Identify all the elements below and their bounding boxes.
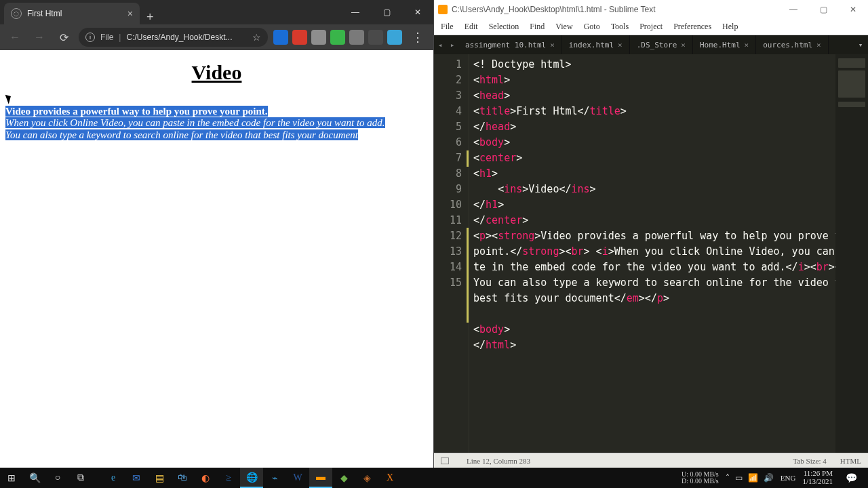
reload-button[interactable]: ⟳	[54, 28, 73, 47]
tab-title: First Html	[27, 9, 62, 18]
close-button[interactable]: ✕	[402, 2, 433, 22]
url-scheme-label: File	[100, 33, 113, 42]
extension-icon[interactable]	[349, 30, 364, 45]
menu-item-tools[interactable]: Tools	[611, 22, 629, 32]
menu-item-edit[interactable]: Edit	[465, 22, 478, 32]
menu-item-help[interactable]: Help	[722, 22, 738, 32]
menu-item-selection[interactable]: Selection	[489, 22, 519, 32]
url-text: C:/Users/Andy_Hook/Deskt...	[126, 33, 232, 42]
menu-item-find[interactable]: Find	[530, 22, 545, 32]
maximize-button[interactable]: ▢	[808, 0, 838, 19]
status-tabsize[interactable]: Tab Size: 4	[793, 457, 827, 465]
extension-icons	[273, 30, 402, 45]
taskbar-app-store[interactable]: 🛍	[171, 468, 194, 488]
volume-icon[interactable]: 🔊	[764, 473, 774, 483]
tab-close-icon[interactable]: ×	[681, 41, 686, 49]
close-button[interactable]: ✕	[838, 0, 868, 19]
code-area[interactable]: <! Doctype html><html><head><title>First…	[469, 54, 868, 453]
taskbar-app-mail[interactable]: ✉	[125, 468, 148, 488]
new-tab-button[interactable]: +	[140, 10, 161, 24]
tray-chevron-icon[interactable]: ˄	[726, 473, 730, 483]
code-line: <p><strong>Video provides a powerful way…	[473, 228, 864, 306]
extension-icon[interactable]	[292, 30, 307, 45]
tab-scroll-left[interactable]: ◂	[434, 35, 446, 54]
taskbar-app-sublime[interactable]: ▬	[309, 468, 332, 488]
sublime-window: C:\Users\Andy_Hook\Desktop\html\1.html -…	[434, 0, 868, 468]
back-button[interactable]: ←	[5, 28, 24, 47]
minimize-button[interactable]: —	[340, 2, 371, 22]
extension-icon[interactable]	[311, 30, 326, 45]
tab-close-icon[interactable]: ×	[816, 41, 821, 49]
battery-icon[interactable]: ▭	[735, 473, 743, 483]
tab-overflow-button[interactable]: ▾	[853, 35, 868, 54]
line-number: 9	[434, 182, 462, 197]
browser-tab[interactable]: ◌ First Html ×	[4, 3, 140, 24]
line-number: 10	[434, 197, 462, 213]
taskbar-app-generic2[interactable]: ◈	[355, 468, 378, 488]
sublime-tabs: ◂ ▸ assingment 10.html×index.html×.DS_St…	[434, 35, 868, 54]
taskbar-app-vscode[interactable]: ⌁	[263, 468, 286, 488]
code-line: </head>	[473, 119, 864, 135]
editor-tab[interactable]: .DS_Store×	[630, 35, 693, 54]
editor-tab[interactable]: assingment 10.html×	[458, 35, 562, 54]
taskbar-app-word[interactable]: W	[286, 468, 309, 488]
sublime-icon	[438, 5, 448, 14]
taskbar-app-explorer[interactable]: ▤	[148, 468, 171, 488]
minimap[interactable]	[835, 54, 868, 453]
tab-close-icon[interactable]: ×	[745, 41, 749, 49]
chrome-window: ◌ First Html × + — ▢ ✕ ← → ⟳ i File | C:…	[0, 0, 434, 468]
network-meter: U: 0.00 MB/s D: 0.00 MB/s	[682, 471, 719, 485]
tab-close-icon[interactable]: ×	[618, 41, 623, 49]
menu-item-view[interactable]: View	[555, 22, 572, 32]
system-tray[interactable]: ˄ ▭ 📶 🔊	[726, 473, 774, 483]
tab-scroll-right[interactable]: ▸	[446, 35, 458, 54]
extension-icon[interactable]	[273, 30, 288, 45]
taskbar-clock[interactable]: 11:26 PM 1/13/2021	[802, 470, 833, 485]
chrome-titlebar: ◌ First Html × + — ▢ ✕	[0, 0, 433, 24]
menu-item-preferences[interactable]: Preferences	[673, 22, 711, 32]
chrome-menu-button[interactable]: ⋮	[408, 30, 428, 45]
menu-item-goto[interactable]: Goto	[584, 22, 600, 32]
minimize-button[interactable]: —	[778, 0, 808, 19]
language-indicator[interactable]: ENG	[781, 474, 796, 482]
editor-tab[interactable]: ources.html×	[756, 35, 828, 54]
menu-item-project[interactable]: Project	[639, 22, 663, 32]
taskbar-app-chrome[interactable]: 🌐	[240, 468, 263, 488]
forward-button[interactable]: →	[30, 28, 49, 47]
tab-close-icon[interactable]: ×	[550, 41, 555, 49]
start-button[interactable]: ⊞	[0, 468, 23, 488]
search-button[interactable]: 🔍	[23, 468, 46, 488]
windows-taskbar: ⊞ 🔍 ○ ⧉ e ✉ ▤ 🛍 ◐ ≥ 🌐 ⌁ W ▬ ◆ ◈ X U: 0.0…	[0, 468, 868, 488]
wifi-icon[interactable]: 📶	[748, 473, 758, 483]
tab-close-icon[interactable]: ×	[127, 8, 133, 19]
line-number: 8	[434, 166, 462, 182]
address-bar[interactable]: i File | C:/Users/Andy_Hook/Deskt... ☆	[79, 28, 268, 47]
notifications-button[interactable]: 💬	[840, 468, 863, 488]
code-line: </center>	[473, 213, 864, 228]
line-number: 11	[434, 213, 462, 228]
task-view-button[interactable]: ⧉	[69, 468, 92, 488]
editor-tab[interactable]: Home.Html×	[693, 35, 756, 54]
page-paragraph[interactable]: Video provides a powerful way to help yo…	[5, 106, 428, 141]
line-number: 15	[434, 275, 462, 291]
code-line: <h1>	[473, 166, 864, 182]
editor-tab[interactable]: index.html×	[562, 35, 630, 54]
extension-icon[interactable]	[368, 30, 383, 45]
taskbar-app-edge[interactable]: e	[102, 468, 125, 488]
status-language[interactable]: HTML	[840, 457, 861, 465]
cortana-button[interactable]: ○	[46, 468, 69, 488]
panel-icon[interactable]	[441, 458, 449, 464]
taskbar-app-powershell[interactable]: ≥	[217, 468, 240, 488]
maximize-button[interactable]: ▢	[371, 2, 402, 22]
bookmark-star-icon[interactable]: ☆	[252, 32, 261, 43]
code-line: </html>	[473, 338, 864, 353]
code-line: <! Doctype html>	[473, 57, 864, 73]
extension-icon[interactable]	[387, 30, 402, 45]
taskbar-app-firefox[interactable]: ◐	[194, 468, 217, 488]
menu-item-file[interactable]: File	[441, 22, 454, 32]
editor-body: 123456789101112131415 <! Doctype html><h…	[434, 54, 868, 453]
taskbar-app-generic1[interactable]: ◆	[332, 468, 355, 488]
extension-icon[interactable]	[330, 30, 345, 45]
taskbar-app-xampp[interactable]: X	[378, 468, 401, 488]
code-line: <body>	[473, 135, 864, 150]
